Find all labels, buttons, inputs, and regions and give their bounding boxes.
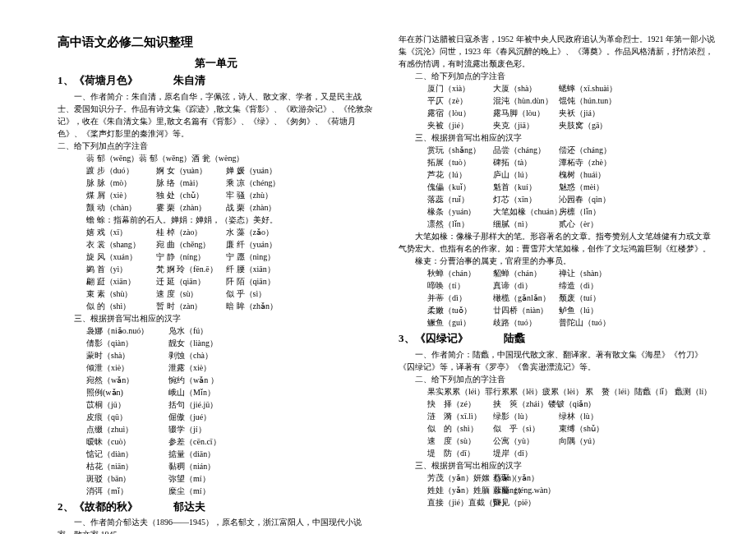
section-2-h2: 二、给下列加点的字注音 bbox=[399, 70, 715, 82]
section-2-note1: 大笔如椽：像椽子那样大的笔。形容著名的文章。指夸赞别人文笔雄健有力或文章气势宏大… bbox=[399, 230, 715, 255]
word-row: 堤 防（dī）堤岸（dī） bbox=[399, 447, 715, 459]
section-1-h2: 二、给下列加点的字注音 bbox=[58, 140, 374, 152]
word-row: 赏玩（shǎng）品尝（cháng）偿还（cháng） bbox=[399, 144, 715, 156]
word-row: 苡桐（jū）括句（jié.jū） bbox=[58, 398, 374, 411]
section-3-h2: 二、给下列加点的字注音 bbox=[399, 373, 715, 385]
word-row: 嬉 戏（xī）桂 棹（zào）水 藻（zǎo） bbox=[58, 226, 374, 238]
word-row: 拓展（tuò）碑拓（tà）潭柘寺（zhè） bbox=[399, 156, 715, 168]
word-row: 平仄（zè）混沌（hùn.dùn）馄饨（hún.tun） bbox=[399, 94, 715, 107]
word-row: 束 素（shù）速 度（sù）似 乎（sì） bbox=[58, 288, 374, 300]
section-2-intro: 一、作者简介郁达夫（1896——1945），原名郁文，浙江富阳人，中国现代小说家… bbox=[58, 516, 374, 534]
word-row: 厦门（xià）大厦（shà）蟋蟀（xī.shuài） bbox=[399, 82, 715, 94]
word-row: 翩 跹（xiān）迁 延（qiān）阡 陌（qiān） bbox=[58, 275, 374, 288]
word-row: 芳茂（yǎn）妍媸（yǎn）蔡琛（yǎn） bbox=[399, 472, 715, 484]
word-row: 蒙时（shà）剥蚀（chà） bbox=[58, 349, 374, 361]
word-row: 柔嫩（tuǒ）廿四桥（niàn）鲈鱼（lú） bbox=[399, 304, 715, 316]
section-2-author: 郁达夫 bbox=[173, 500, 205, 513]
word-row: 点缀（zhuì）辍学（jí） bbox=[58, 423, 374, 435]
page-title: 高中语文必修二知识整理 bbox=[58, 33, 374, 52]
section-1-heading: 1、《荷塘月色》 朱自清 bbox=[58, 72, 374, 89]
word-row: 旋 风（xuán）宁 静（níng）宁 愿（nìng） bbox=[58, 251, 374, 263]
word-row: 踱 步（duó）婀 女（yuàn）婵 媛（yuán） bbox=[58, 164, 374, 177]
section-3-h3: 三、根据拼音写出相应的汉字 bbox=[399, 459, 715, 472]
word-row: 皮痕（qū）倔傲（jué） bbox=[58, 411, 374, 423]
unit-heading: 第一单元 bbox=[58, 55, 374, 71]
word-row: 倩影（qiàn）靓女（liàng） bbox=[58, 337, 374, 349]
word-row: 速 度（sù）公寓（yù）向隅（yú） bbox=[399, 435, 715, 447]
word-row: 凛然（lǐn）细腻（nì）贰心（èr） bbox=[399, 218, 715, 230]
word-row: 袅娜（niǎo.nuó）凫水（fú） bbox=[58, 325, 374, 337]
word-row: 直接（jié）直截（jié）暨见（piē） bbox=[399, 496, 715, 509]
word-row: 并蒂（dì） 橄榄（gǎnlǎn）颓废（tuí） bbox=[399, 292, 715, 304]
word-row: 枯花（niān）黏稠（nián） bbox=[58, 460, 374, 472]
word-row: 脉 脉（mò）脉 络（mài）乘 凉（chéng） bbox=[58, 177, 374, 189]
word-row: 照例(wǎn)峨山（Mǐn） bbox=[58, 386, 374, 398]
word-row: 抉 择（zé）挟 筴（zhái）镂铍（qiǎn） bbox=[399, 398, 715, 410]
word-row: 衣 裳（shang）宛 曲（chěng）廉 纤（yuán） bbox=[58, 238, 374, 251]
word-row: 煤 屑（xiè）独 处（chǔ）牢 骚（zhù） bbox=[58, 189, 374, 201]
word-row: 颤 动（chàn）霎 栗（zhàn）战 栗（zhàn） bbox=[58, 201, 374, 214]
section-3-heading: 3、《囚绿记》 陆蠡 bbox=[399, 330, 715, 347]
word-row: 鹢 首（yì）梵 婀 玲（fēn.ē）纤 腰（xiān） bbox=[58, 263, 374, 275]
word-row: 惦记（diàn）掂量（diān） bbox=[58, 448, 374, 460]
word-row: 秋蝉（chán）貂蝉（chán）禅让（shàn） bbox=[399, 267, 715, 279]
section-1-intro: 一、作者简介：朱自清，原名自华，字佩弦，诗人、散文家、学者，又是民主战士、爱国知… bbox=[58, 90, 374, 140]
word-row: 消弭（mǐ）糜尘（mí） bbox=[58, 485, 374, 497]
word-row: 芦花（lú）庐山（lú）槐树（huái） bbox=[399, 168, 715, 181]
word-row: 涟 漪（xī.lì）绿影（lù）绿林（lù） bbox=[399, 410, 715, 422]
word-row: 傀儡（kuǐ）魁首（kuí）魅惑（mèi） bbox=[399, 181, 715, 193]
section-1-h3: 三、根据拼音写出相应的汉字 bbox=[58, 312, 374, 325]
word-row: 似 的（shì）暂 时（zàn）暗 眸（zhǎn） bbox=[58, 300, 374, 312]
word-row: 落蕊（ruǐ）灯芯（xīn）沁园春（qìn） bbox=[399, 193, 715, 205]
word-row: 姓娃（yǎn）姓腼（cháng）藤蔓（téng.wàn） bbox=[399, 484, 715, 496]
section-3-author: 陆蠡 bbox=[504, 332, 525, 344]
word-row: 蓊 郁（wěng）蓊 郁（wěng）酒 瓮（wèng） bbox=[58, 152, 374, 164]
word-row: 倾泄（xiè）泄露（xiè） bbox=[58, 361, 374, 374]
word-row: 暧昧（cuò）参差（cēn.cī） bbox=[58, 435, 374, 448]
section-1-author: 朱自清 bbox=[173, 74, 205, 86]
word-row: 夹被（jié）夹克（jiā）夹肢窝（gā） bbox=[399, 119, 715, 131]
section-2-heading: 2、《故都的秋》 郁达夫 bbox=[58, 499, 374, 515]
word-row: 啼唤（tí）真谛（dì）缔造（dì） bbox=[399, 279, 715, 292]
word-row: 似 的（shì）似 乎（sì）束缚（shǔ） bbox=[399, 422, 715, 435]
section-2-h3: 三、根据拼音写出相应的汉字 bbox=[399, 131, 715, 144]
word-row: 果实累累（léi）罪行累累（lěi）疲累（lèi） 累 赘（léi）陆蠡（lǐ）… bbox=[399, 385, 715, 398]
section-2-note2: 椽吏：分曹治事的属吏，官府里的办事员。 bbox=[399, 255, 715, 267]
word-row: 椽条（yuán）大笔如椽（chuán）房檩（lǐn） bbox=[399, 205, 715, 218]
word-row: 斑驳（bān）弥望（mí） bbox=[58, 472, 374, 485]
section-2-cont: 年在苏门达腊被日寇杀害，1952 年被中央人民政府追认为革命烈士。1921 年第… bbox=[399, 33, 715, 70]
word-row: 露宿（lòu）露马脚（lòu）夹袄（jiá） bbox=[399, 107, 715, 119]
section-3-intro: 一、作者简介：陆蠡，中国现代散文家、翻译家。著有散文集《海星》《竹刀》《囚绿记》… bbox=[399, 348, 715, 373]
word-row: 蟾 蜍：指幕前的石人。婵娟：婵娟，（姿态）美好。 bbox=[58, 214, 374, 226]
word-row: 宛然（wǎn）惋约（wǎn ） bbox=[58, 374, 374, 386]
word-row: 鳜鱼（guì）歧路（tuó）普陀山（tuó） bbox=[399, 316, 715, 329]
